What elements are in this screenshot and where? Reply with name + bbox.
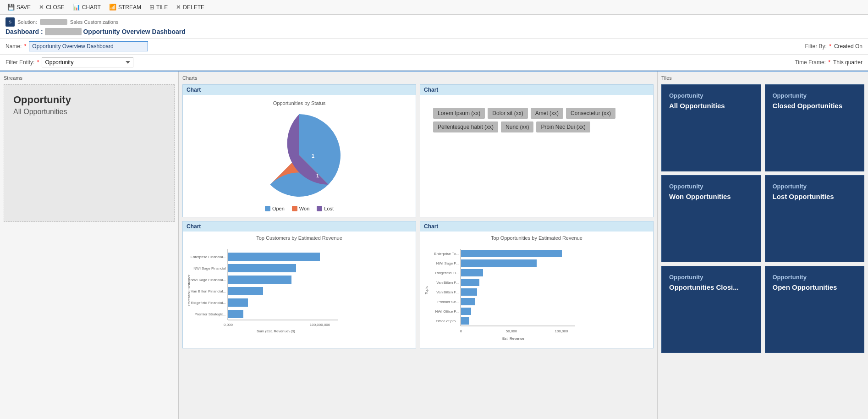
svg-text:Est. Revenue: Est. Revenue [502, 336, 525, 341]
svg-rect-23 [461, 250, 562, 257]
chart-body-4: Top Opportunities by Estimated Revenue [420, 232, 653, 348]
tile-won-opportunities[interactable]: Opportunity Won Opportunities [661, 175, 761, 262]
chart-body-2: Lorem Ipsum (xx) Dolor sit (xx) Amet (xx… [420, 95, 653, 200]
chart-header-2: Chart [420, 85, 653, 95]
tag-6: Nunc (xx) [501, 121, 533, 132]
solution-label: Solution: [17, 19, 37, 25]
tile-entity-2: Opportunity [773, 92, 857, 99]
svg-text:100,000,000: 100,000,000 [310, 323, 330, 327]
tile-button[interactable]: ⊞ TILE [146, 2, 171, 12]
tile-all-opportunities[interactable]: Opportunity All Opportunities [661, 84, 761, 171]
name-input[interactable] [29, 41, 148, 51]
chart-card-1: Chart Opportunities by Status [182, 84, 416, 217]
streams-title: Streams [4, 75, 175, 81]
tile-closed-opportunities[interactable]: Opportunity Closed Opportunities [765, 84, 865, 171]
svg-text:Ridgefield Financial...: Ridgefield Financial... [191, 301, 226, 305]
svg-rect-27 [461, 288, 477, 296]
time-frame-label: Time Frame: * [795, 59, 830, 66]
stream-icon: 📶 [109, 4, 116, 11]
filter-entity-group: Filter Entity: * Opportunity [5, 57, 133, 67]
svg-rect-28 [461, 298, 475, 305]
svg-rect-10 [228, 310, 243, 318]
tile-open-opportunities[interactable]: Opportunity Open Opportunities [765, 266, 865, 353]
filter-by-value: Created On [834, 43, 863, 50]
tag-3: Amet (xx) [531, 108, 563, 119]
svg-text:NWI Sage F...: NWI Sage F... [436, 261, 459, 265]
tiles-panel: Tiles Opportunity All Opportunities Oppo… [657, 72, 868, 419]
tag-5: Pellentesque habit (xx) [433, 121, 498, 132]
svg-text:NWI Office F...: NWI Office F... [435, 309, 459, 314]
delete-icon: ✕ [176, 4, 181, 11]
form-row: Name: * Filter By: * Created On [0, 39, 868, 55]
svg-text:NWI Sage Financial: NWI Sage Financial [193, 266, 226, 270]
svg-text:Premier Strategic...: Premier Strategic... [195, 312, 226, 316]
legend-dot-open [265, 206, 270, 211]
svg-text:NWI Sage Financial...: NWI Sage Financial... [191, 278, 226, 282]
svg-text:1: 1 [312, 153, 314, 159]
time-frame-group: Time Frame: * This quarter [795, 59, 863, 66]
delete-button[interactable]: ✕ DELETE [172, 2, 208, 12]
tag-7: Proin Nec Dui (xx) [536, 121, 590, 132]
tile-lost-opportunities[interactable]: Opportunity Lost Opportunities [765, 175, 865, 262]
svg-rect-8 [228, 287, 263, 295]
tile-icon: ⊞ [149, 4, 154, 11]
tiles-grid: Opportunity All Opportunities Opportunit… [661, 84, 864, 353]
svg-text:Sum (Est. Revenue) ($): Sum (Est. Revenue) ($) [257, 329, 295, 333]
chart-button[interactable]: 📊 CHART [69, 2, 104, 12]
svg-text:Enterprise Financial...: Enterprise Financial... [191, 255, 226, 259]
chart-body-1: Opportunities by Status 6 [183, 95, 416, 217]
stream-button[interactable]: 📶 STREAM [105, 2, 145, 12]
tag-2: Dolor sit (xx) [488, 108, 527, 119]
streams-panel: Streams Opportunity All Opportunities [0, 72, 179, 419]
solution-name-blurred [40, 19, 67, 25]
tile-entity-6: Opportunity [773, 274, 857, 281]
tile-entity-1: Opportunity [669, 92, 753, 99]
chart-header-4: Chart [420, 221, 653, 232]
close-icon: ✕ [39, 4, 44, 11]
stream-view: All Opportunities [13, 108, 165, 116]
chart-subtitle-1: Opportunities by Status [273, 100, 325, 106]
tile-view-5: Opportunities Closi... [669, 283, 753, 291]
header: S Solution: Sales Customizations Dashboa… [0, 15, 868, 39]
stream-entity: Opportunity [13, 94, 165, 106]
filter-entity-select[interactable]: Opportunity [42, 57, 133, 67]
svg-text:Office of pro...: Office of pro... [436, 319, 459, 323]
name-group: Name: * [5, 41, 148, 51]
svg-rect-29 [461, 308, 471, 315]
tag-4: Consectetur (xx) [566, 108, 615, 119]
save-button[interactable]: 💾 SAVE [4, 2, 34, 12]
svg-text:Premier Str...: Premier Str... [437, 300, 459, 304]
tile-closing-opportunities[interactable]: Opportunity Opportunities Closi... [661, 266, 761, 353]
chart-title-4: Top Opportunities by Estimated Revenue [424, 235, 649, 241]
name-label: Name: * [5, 43, 26, 50]
svg-text:Van Bilten Financial...: Van Bilten Financial... [191, 289, 226, 293]
chart-title-3: Top Customers by Estimated Revenue [187, 235, 412, 241]
svg-rect-7 [228, 276, 291, 284]
tiles-title: Tiles [661, 75, 864, 81]
toolbar: 💾 SAVE ✕ CLOSE 📊 CHART 📶 STREAM ⊞ TILE ✕… [0, 0, 868, 15]
bar-chart-3: Enterprise Financial... NWI Sage Financi… [187, 244, 342, 336]
chart-card-4: Chart Top Opportunities by Estimated Rev… [420, 221, 654, 348]
tile-view-4: Lost Opportunities [773, 193, 857, 200]
chart-header-1: Chart [183, 85, 416, 95]
svg-text:50,000: 50,000 [506, 329, 517, 333]
chart-card-3: Chart Top Customers by Estimated Revenue [182, 221, 416, 348]
charts-title: Charts [182, 75, 654, 81]
svg-text:100,000: 100,000 [555, 329, 568, 333]
svg-rect-9 [228, 298, 248, 307]
legend-won: Won [292, 206, 309, 211]
chart-card-2: Chart Lorem Ipsum (xx) Dolor sit (xx) Am… [420, 84, 654, 217]
dashboard-title: Dashboard : Opportunity Overview Dashboa… [5, 28, 863, 35]
legend-open: Open [265, 206, 285, 211]
legend-dot-won [292, 206, 297, 211]
filter-by-label: Filter By: * [805, 43, 831, 50]
chart-body-3: Top Customers by Estimated Revenue [183, 232, 416, 341]
close-button[interactable]: ✕ CLOSE [35, 2, 68, 12]
filter-by-group: Filter By: * Created On [805, 43, 863, 50]
tile-view-1: All Opportunities [669, 102, 753, 110]
pie-legend: Open Won Lost [265, 206, 334, 211]
svg-text:Enterprise To...: Enterprise To... [434, 252, 459, 256]
charts-panel: Charts Chart Opportunities by Status [179, 72, 657, 419]
svg-rect-30 [461, 317, 469, 325]
tile-entity-5: Opportunity [669, 274, 753, 281]
